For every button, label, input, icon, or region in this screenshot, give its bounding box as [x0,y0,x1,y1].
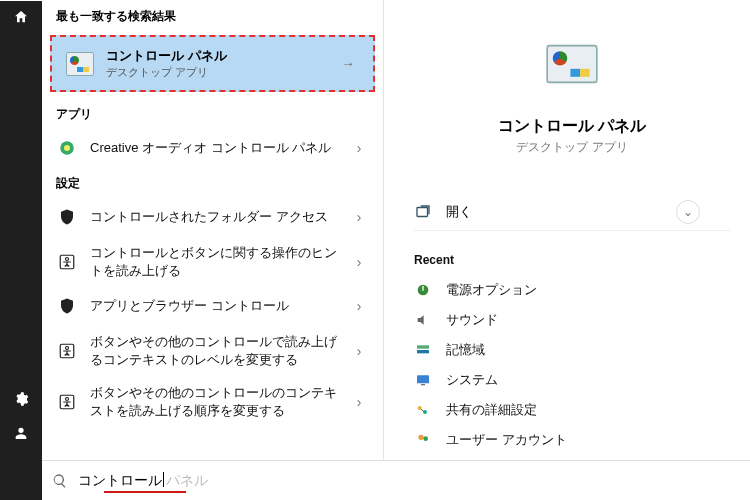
svg-rect-12 [417,375,429,383]
svg-point-15 [423,410,427,414]
svg-rect-10 [417,345,429,348]
recent-item-sound[interactable]: サウンド [414,305,730,335]
best-match-title: コントロール パネル [106,47,227,65]
app-item[interactable]: Creative オーディオ コントロール パネル › [42,129,383,167]
preview-subtitle: デスクトップ アプリ [414,139,730,156]
chevron-down-icon[interactable]: ⌄ [676,200,700,224]
svg-point-1 [64,145,70,151]
recent-item-user-account[interactable]: ユーザー アカウント [414,425,730,455]
chevron-right-icon[interactable]: › [349,343,369,359]
svg-rect-11 [417,350,429,353]
svg-rect-13 [421,384,425,385]
sidebar-account[interactable] [0,416,42,450]
control-panel-icon [548,40,596,88]
recent-header: Recent [414,253,730,267]
settings-label: ボタンやその他のコントロールのコンテキストを読み上げる順序を変更する [90,384,349,419]
recent-item-sharing[interactable]: 共有の詳細設定 [414,395,730,425]
settings-label: コントロールとボタンに関する操作のヒントを読み上げる [90,244,349,279]
search-icon [52,473,68,489]
preview-title: コントロール パネル [414,116,730,137]
system-icon [414,371,432,389]
sidebar-home[interactable] [0,0,42,34]
chevron-right-icon[interactable]: › [349,209,369,225]
recent-label: 共有の詳細設定 [446,401,537,419]
settings-item-context-order[interactable]: ボタンやその他のコントロールのコンテキストを読み上げる順序を変更する › [42,376,383,427]
audio-app-icon [56,137,78,159]
results-pane: 最も一致する検索結果 コントロール パネル デスクトップ アプリ → アプリ C… [42,0,384,500]
open-icon [414,203,432,221]
open-label: 開く [446,203,472,221]
recent-label: ユーザー アカウント [446,431,567,449]
recent-list: 電源オプション サウンド 記憶域 システム 共有の詳細設定 ユーザー アカウント [414,275,730,455]
home-icon [13,9,29,25]
best-match-subtitle: デスクトップ アプリ [106,65,227,80]
preview-pane: コントロール パネル デスクトップ アプリ 開く ⌄ Recent 電源オプショ… [384,0,750,500]
recent-item-storage[interactable]: 記憶域 [414,335,730,365]
settings-item-context-level[interactable]: ボタンやその他のコントロールで読み上げるコンテキストのレベルを変更する › [42,325,383,376]
start-sidebar [0,0,42,500]
annotation-underline [104,491,186,493]
chevron-right-icon[interactable]: › [349,254,369,270]
svg-point-3 [66,257,69,260]
accessibility-icon [56,340,78,362]
open-button[interactable]: 開く ⌄ [414,194,730,231]
recent-label: 電源オプション [446,281,537,299]
accessibility-icon [56,391,78,413]
search-bar[interactable]: コントロール パネル [42,460,750,500]
best-match-result[interactable]: コントロール パネル デスクトップ アプリ → [50,35,375,92]
search-ghost-suggestion: パネル [166,472,208,490]
svg-point-5 [66,346,69,349]
control-panel-icon [66,50,94,78]
accessibility-icon [56,251,78,273]
app-label: Creative オーディオ コントロール パネル [90,139,349,157]
recent-label: 記憶域 [446,341,485,359]
svg-point-7 [66,397,69,400]
svg-rect-8 [417,208,428,217]
recent-item-system[interactable]: システム [414,365,730,395]
sharing-icon [414,401,432,419]
settings-item-narrator-hints[interactable]: コントロールとボタンに関する操作のヒントを読み上げる › [42,236,383,287]
arrow-right-icon[interactable]: → [337,56,359,71]
gear-icon [13,391,29,407]
sidebar-settings[interactable] [0,382,42,416]
settings-header: 設定 [42,167,383,198]
chevron-right-icon[interactable]: › [349,140,369,156]
best-match-header: 最も一致する検索結果 [42,0,383,31]
speaker-icon [414,311,432,329]
chevron-right-icon[interactable]: › [349,298,369,314]
shield-icon [56,295,78,317]
storage-icon [414,341,432,359]
svg-point-16 [418,435,423,440]
svg-point-17 [423,436,428,441]
settings-label: コントロールされたフォルダー アクセス [90,208,349,226]
person-icon [13,425,29,441]
settings-item-folder-access[interactable]: コントロールされたフォルダー アクセス › [42,198,383,236]
recent-label: システム [446,371,498,389]
shield-icon [56,206,78,228]
recent-item-power[interactable]: 電源オプション [414,275,730,305]
power-icon [414,281,432,299]
settings-label: アプリとブラウザー コントロール [90,297,349,315]
chevron-right-icon[interactable]: › [349,394,369,410]
settings-label: ボタンやその他のコントロールで読み上げるコンテキストのレベルを変更する [90,333,349,368]
recent-label: サウンド [446,311,498,329]
apps-header: アプリ [42,98,383,129]
user-account-icon [414,431,432,449]
search-input[interactable]: コントロール [78,472,164,490]
settings-item-app-browser-control[interactable]: アプリとブラウザー コントロール › [42,287,383,325]
